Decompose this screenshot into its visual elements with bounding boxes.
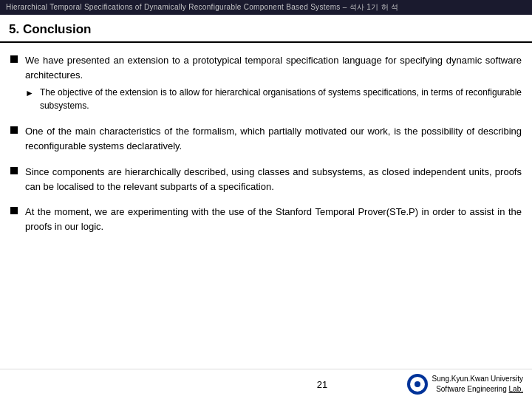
bullet-item-1: We have presented an extension to a prot…	[10, 53, 522, 114]
bullet-3-text: Since components are hierarchically desc…	[25, 165, 522, 194]
bullet-item-3: Since components are hierarchically desc…	[10, 165, 522, 194]
footer-university-text: Sung.Kyun.Kwan University Software Engin…	[432, 374, 523, 395]
sub-bullet-item-1: ► The objective of the extension is to a…	[25, 86, 522, 112]
content-area: We have presented an extension to a prot…	[0, 50, 532, 248]
bullet-4-text: At the moment, we are experimenting with…	[25, 205, 522, 234]
lab-underline: Lab.	[509, 385, 523, 393]
bullet-square-2	[10, 126, 18, 134]
page-number: 21	[237, 379, 406, 390]
sub-bullet-arrow-icon: ►	[25, 86, 34, 100]
bullet-2-text: One of the main characteristics of the f…	[25, 124, 522, 154]
page-title: 5. Conclusion	[0, 15, 532, 43]
lab-name: Software Engineering Lab.	[432, 384, 523, 395]
university-name: Sung.Kyun.Kwan University	[432, 374, 523, 384]
sub-bullet-container-1: ► The objective of the extension is to a…	[25, 86, 522, 112]
bullet-square-1	[10, 55, 18, 63]
bullet-1-text: We have presented an extension to a prot…	[25, 55, 522, 81]
sub-bullet-1-text: The objective of the extension is to all…	[40, 86, 522, 112]
bullet-item-4: At the moment, we are experimenting with…	[10, 205, 522, 234]
header-text: Hierarchical Temporal Specifications of …	[6, 3, 398, 11]
footer: 21 Sung.Kyun.Kwan University Software En…	[0, 369, 532, 399]
header-bar: Hierarchical Temporal Specifications of …	[0, 0, 532, 15]
university-logo	[407, 374, 428, 395]
footer-right: Sung.Kyun.Kwan University Software Engin…	[407, 374, 523, 395]
bullet-item-2: One of the main characteristics of the f…	[10, 124, 522, 154]
bullet-square-3	[10, 167, 18, 174]
lab-name-text: Software Engineering	[436, 385, 508, 393]
bullet-square-4	[10, 207, 18, 214]
